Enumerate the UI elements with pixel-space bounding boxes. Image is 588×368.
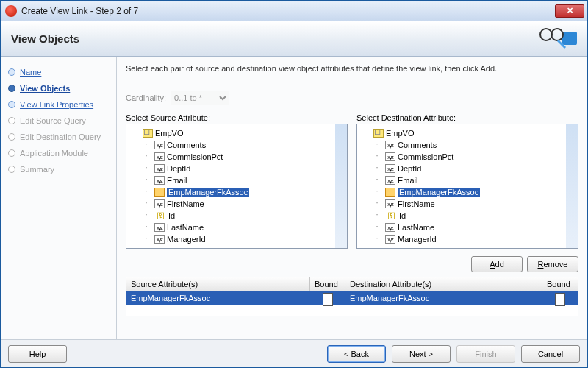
step-label: Summary [20,165,54,174]
close-button[interactable]: ✕ [555,4,584,18]
step-dot-icon [8,101,15,108]
step-dot-icon [8,85,15,92]
svg-point-2 [551,29,563,40]
tree-branch-icon: · [141,151,151,160]
back-button[interactable]: < Back [327,345,386,363]
tree-item[interactable]: · EmpManagerFkAssoc [370,186,576,198]
tree-branch-icon: · [141,210,151,219]
tree-item-label: Comments [398,141,437,149]
wizard-step-3: Edit Source Query [1,113,116,129]
step-label: View Objects [20,84,70,93]
scrollbar[interactable] [566,124,578,248]
finish-button[interactable]: Finish [456,345,515,363]
tree-item[interactable]: · EmpManagerFkAssoc [140,186,345,198]
step-label: Edit Destination Query [20,132,101,141]
tree-branch-icon: · [372,174,382,183]
tree-item[interactable]: ·xyz DeptId [370,163,576,174]
tree-item[interactable]: ·⚿ Id [370,210,576,222]
wizard-step-2[interactable]: View Link Properties [1,96,116,113]
tree-branch-icon: · [141,233,151,242]
attr-icon: xyz [154,199,165,208]
tree-item[interactable]: ·xyz Comments [370,139,576,151]
key-icon: ⚿ [385,211,397,220]
source-tree[interactable]: ⊟ EmpVO·xyz Comments·xyz CommissionPct·x… [126,124,348,249]
tree-item-label: ManagerId [398,235,437,244]
tree-item[interactable]: ·xyz FirstName [140,198,345,210]
next-button[interactable]: Next > [392,345,451,363]
tree-item[interactable]: ·xyz LastName [370,222,576,233]
attr-icon: xyz [385,223,395,232]
wizard-step-5: Application Module [1,145,116,161]
step-dot-icon [8,133,15,141]
tree-branch-icon: · [141,198,151,207]
step-dot-icon [8,166,15,173]
col-dest-attr: Destination Attribute(s) [345,277,542,291]
tree-item-label: LastName [167,223,204,232]
tree-item[interactable]: ·xyz CommissionPct [370,151,576,163]
tree-item[interactable]: ·xyz LastName [140,222,345,233]
attribute-pairs-table[interactable]: Source Attribute(s) Bound Destination At… [126,277,578,316]
step-label: Name [20,68,41,77]
tree-item-label: EmpManagerFkAssoc [167,188,249,197]
tree-item-label: Id [168,211,175,220]
wizard-step-6: Summary [1,161,116,177]
tree-item-label: LastName [398,223,434,232]
tree-branch-icon: · [372,163,382,171]
tree-item[interactable]: ·xyz ManagerId [140,233,345,245]
tree-branch-icon: · [372,210,382,219]
expand-icon[interactable]: ⊟ [372,127,382,137]
titlebar[interactable]: Create View Link - Step 2 of 7 ✕ [1,1,587,21]
tree-item[interactable]: ·xyz ManagerId [370,233,576,245]
tree-item[interactable]: ·xyz Comments [140,139,345,151]
attr-icon: xyz [385,235,395,244]
cardinality-select[interactable]: 0..1 to * [171,91,229,105]
attr-icon: xyz [385,164,395,173]
wizard-step-1[interactable]: View Objects [1,80,116,96]
tree-item[interactable]: ·xyz DeptId [140,163,345,174]
tree-branch-icon: · [372,222,382,230]
remove-button[interactable]: Remove [527,256,578,272]
wizard-steps-sidebar: NameView ObjectsView Link PropertiesEdit… [1,57,117,339]
tree-item[interactable]: ·xyz Email [140,174,345,186]
tree-branch-icon: · [141,174,151,183]
tree-branch-icon: · [141,163,151,171]
expand-icon[interactable]: ⊟ [141,127,151,137]
attr-icon: xyz [154,223,165,232]
header-decor-icon [528,24,580,52]
tree-item-label: ManagerId [167,235,206,244]
col-source-attr: Source Attribute(s) [126,277,310,291]
app-icon [5,5,17,17]
step-dot-icon [8,149,15,157]
tree-item[interactable]: ·⚿ Id [140,210,345,222]
step-dot-icon [8,68,15,76]
add-button[interactable]: Add [471,256,523,272]
cardinality-row: Cardinality: 0..1 to * [126,91,578,105]
cancel-button[interactable]: Cancel [521,345,580,363]
svg-point-1 [540,29,552,40]
tree-root-label: EmpVO [386,129,415,138]
cell-bound1[interactable] [310,291,345,305]
tree-item[interactable]: ·xyz Email [370,174,576,186]
wizard-header: View Objects [1,21,587,57]
tree-item[interactable]: ·xyz FirstName [370,198,576,210]
tree-item[interactable]: ·xyz CommissionPct [140,151,345,163]
scrollbar[interactable] [335,124,347,248]
help-button[interactable]: Help [8,345,67,363]
wizard-step-0[interactable]: Name [1,64,116,80]
table-row[interactable]: EmpManagerFkAssoc EmpManagerFkAssoc [126,291,578,305]
tree-branch-icon: · [141,222,151,230]
attr-icon: xyz [385,141,395,149]
destination-tree[interactable]: ⊟ EmpVO·xyz Comments·xyz CommissionPct·x… [356,124,578,249]
attr-icon: xyz [154,164,165,173]
step-dot-icon [8,117,15,124]
cardinality-label: Cardinality: [126,93,166,102]
tree-item-label: Email [398,176,418,185]
cell-dst: EmpManagerFkAssoc [345,291,542,305]
tree-item-label: FirstName [167,199,204,208]
tree-branch-icon: · [372,139,382,148]
tree-root-label: EmpVO [155,129,184,138]
page-title: View Objects [11,32,79,45]
assoc-icon [154,188,165,197]
tree-item-label: DeptId [398,164,421,173]
cell-bound2[interactable] [542,291,578,305]
